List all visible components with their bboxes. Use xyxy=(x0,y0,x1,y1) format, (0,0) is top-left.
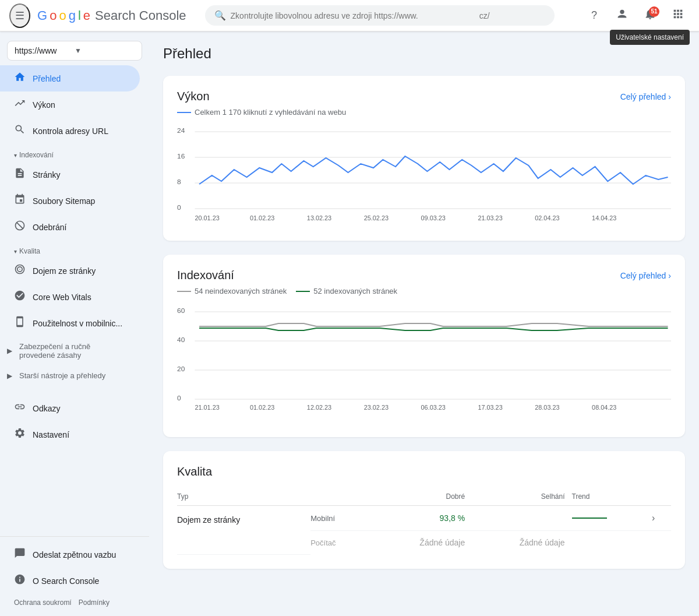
svg-text:17.03.23: 17.03.23 xyxy=(478,404,502,411)
settings-icon xyxy=(14,427,26,442)
account-button[interactable] xyxy=(610,4,634,27)
svg-text:0: 0 xyxy=(177,395,181,401)
pocitac-label: Počítač xyxy=(310,531,372,555)
sidebar: https://www ▼ Přehled Výkon Kontrola adr… xyxy=(0,31,149,616)
vykon-chart: 24 16 8 0 20.01.23 01.02.23 13.02.23 25.… xyxy=(177,126,671,227)
svg-text:12.02.23: 12.02.23 xyxy=(307,404,331,411)
sidebar-item-starsi[interactable]: ▶ Starší nástroje a přehledy xyxy=(0,365,140,386)
quality-table: Typ Dobré Selhání Trend Dojem ze stránky… xyxy=(177,488,671,555)
privacy-link[interactable]: Ochrana soukromí xyxy=(14,599,72,607)
sidebar-item-mobilni[interactable]: Použitelnost v mobilnic... xyxy=(0,310,140,336)
svg-text:20: 20 xyxy=(177,365,185,372)
vykon-full-link[interactable]: Celý přehled › xyxy=(620,92,671,101)
mobilni-arrow[interactable]: › xyxy=(652,506,671,531)
kvalita-card: Kvalita Typ Dobré Selhání Trend Dojem ze xyxy=(163,451,685,569)
app-header: ☰ Google Search Console 🔍 ? 51 xyxy=(0,0,699,31)
app-layout: https://www ▼ Přehled Výkon Kontrola adr… xyxy=(0,31,699,616)
sidebar-item-odebrani[interactable]: Odebrání xyxy=(0,214,140,240)
svg-text:08.04.23: 08.04.23 xyxy=(592,404,616,411)
sidebar-item-stranky[interactable]: Stránky xyxy=(0,161,140,188)
blue-line xyxy=(177,112,191,113)
col-typ: Typ xyxy=(177,488,310,506)
kvalita-section-label[interactable]: ▾ Kvalita xyxy=(0,240,149,258)
account-icon xyxy=(616,8,629,23)
search-icon: 🔍 xyxy=(214,10,226,21)
indexovani-legend-green: 52 indexovaných stránek xyxy=(296,287,397,295)
vykon-legend-item: Celkem 1 170 kliknutí z vyhledávání na w… xyxy=(177,108,346,117)
url-check-icon xyxy=(14,124,26,138)
main-content: Přehled Výkon Celý přehled › Celkem 1 17… xyxy=(149,31,699,616)
col-action xyxy=(652,488,671,506)
svg-text:01.02.23: 01.02.23 xyxy=(250,404,274,411)
quality-table-header: Typ Dobré Selhání Trend xyxy=(177,488,671,506)
col-empty xyxy=(310,488,372,506)
sidebar-item-vykon[interactable]: Výkon xyxy=(0,91,140,118)
indexovani-card-header: Indexování Celý přehled › xyxy=(177,269,671,282)
sidebar-item-sitemap[interactable]: Soubory Sitemap xyxy=(0,188,140,214)
quality-row-dojem: Dojem ze stránky Mobilní 93,8 % › xyxy=(177,506,671,531)
svg-text:40: 40 xyxy=(177,336,185,343)
indexovani-legend: 54 neindexovaných stránek 52 indexovanýc… xyxy=(177,287,671,295)
mobilni-trend xyxy=(572,506,652,531)
mobilni-selhani xyxy=(472,506,571,531)
sidebar-item-o-konzoli[interactable]: O Search Console xyxy=(0,568,149,594)
sidebar-item-cwv[interactable]: Core Web Vitals xyxy=(0,284,140,310)
search-bar[interactable]: 🔍 xyxy=(205,5,555,26)
pages-icon xyxy=(14,167,26,182)
header-left: ☰ Google Search Console xyxy=(9,3,186,28)
removal-icon xyxy=(14,220,26,234)
expand-icon-bezpecnost: ▶ xyxy=(7,347,12,355)
mobilni-label: Mobilní xyxy=(310,506,372,531)
sidebar-item-zpetna-vazba[interactable]: Odeslat zpětnou vazbu xyxy=(0,541,149,568)
trend-cell xyxy=(572,518,645,519)
svg-text:20.01.23: 20.01.23 xyxy=(195,215,219,221)
sidebar-item-dojem[interactable]: Dojem ze stránky xyxy=(0,258,140,284)
svg-text:01.02.23: 01.02.23 xyxy=(250,215,274,221)
sidebar-item-kontrola-url[interactable]: Kontrola adresy URL xyxy=(0,118,140,144)
sidebar-item-odkazy[interactable]: Odkazy xyxy=(0,395,140,421)
terms-link[interactable]: Podmínky xyxy=(79,599,110,607)
menu-button[interactable]: ☰ xyxy=(9,3,30,28)
indexovani-card: Indexování Celý přehled › 54 neindexovan… xyxy=(163,255,685,437)
chevron-right-icon-2: › xyxy=(668,271,671,280)
green-legend-line xyxy=(296,291,310,292)
sidebar-item-nastaveni[interactable]: Nastavení xyxy=(0,421,140,448)
indexovani-section-label[interactable]: ▾ Indexování xyxy=(0,144,149,161)
indexovani-legend-gray: 54 neindexovaných stránek xyxy=(177,287,287,295)
svg-text:16: 16 xyxy=(177,153,185,159)
help-button[interactable]: ? xyxy=(582,4,606,27)
chevron-down-icon-2: ▾ xyxy=(14,248,17,255)
app-title: Search Console xyxy=(95,8,186,23)
svg-text:13.02.23: 13.02.23 xyxy=(307,215,331,221)
vykon-card-header: Výkon Celý přehled › xyxy=(177,90,671,103)
chevron-right-icon-dojem[interactable]: › xyxy=(652,513,655,523)
vykon-title: Výkon xyxy=(177,90,210,103)
svg-text:0: 0 xyxy=(177,204,181,210)
cwv-icon xyxy=(14,290,26,304)
trend-line xyxy=(572,518,607,519)
vykon-legend: Celkem 1 170 kliknutí z vyhledávání na w… xyxy=(177,108,671,117)
svg-point-3 xyxy=(19,269,20,270)
col-selhani: Selhání xyxy=(472,488,571,506)
apps-button[interactable] xyxy=(666,4,690,27)
search-input[interactable] xyxy=(231,11,545,20)
feedback-icon xyxy=(14,547,26,562)
property-selector[interactable]: https://www ▼ xyxy=(7,41,142,61)
apps-icon xyxy=(672,8,684,23)
indexovani-full-link[interactable]: Celý přehled › xyxy=(620,271,671,280)
google-logo: Google Search Console xyxy=(37,8,186,23)
trending-icon xyxy=(14,97,26,112)
indexovani-chart: 60 40 20 0 21.01.23 01.02.23 1 xyxy=(177,305,671,423)
header-right: ? 51 Uživatelské nastavení xyxy=(582,4,690,27)
col-dobre: Dobré xyxy=(372,488,472,506)
sidebar-item-prehled[interactable]: Přehled xyxy=(0,65,140,91)
kvalita-card-header: Kvalita xyxy=(177,465,671,478)
svg-text:23.02.23: 23.02.23 xyxy=(364,404,389,411)
sidebar-item-bezpecnost[interactable]: ▶ Zabezpečení a ručně provedené zásahy xyxy=(0,336,140,365)
svg-text:25.02.23: 25.02.23 xyxy=(364,215,389,221)
help-icon: ? xyxy=(591,9,597,22)
notifications-button[interactable]: 51 xyxy=(638,4,662,27)
pocitac-trend xyxy=(572,531,652,555)
svg-text:06.03.23: 06.03.23 xyxy=(421,404,446,411)
svg-text:8: 8 xyxy=(177,178,181,185)
